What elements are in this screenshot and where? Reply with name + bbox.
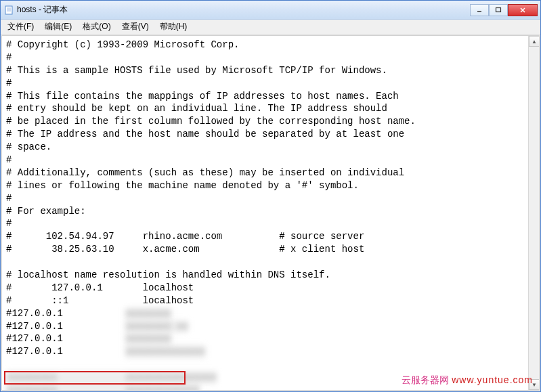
- menu-help[interactable]: 帮助(H): [154, 20, 193, 34]
- menu-edit[interactable]: 编辑(E): [39, 20, 77, 34]
- window-title: hosts - 记事本: [17, 4, 470, 16]
- text-line: #: [6, 52, 12, 63]
- watermark-url: www.yuntue.com: [452, 374, 533, 385]
- text-line: #: [6, 193, 12, 204]
- text-line: #127.0.0.1: [6, 321, 125, 332]
- text-line: #: [6, 154, 12, 165]
- text-line: # 102.54.94.97 rhino.acme.com # source s…: [6, 231, 364, 242]
- titlebar[interactable]: hosts - 记事本: [1, 1, 540, 20]
- minimize-button[interactable]: [470, 4, 489, 16]
- redacted-text: xxxxxxxxxxxxxx: [125, 345, 205, 358]
- text-line: # Additionally, comments (such as these)…: [6, 167, 404, 178]
- text-line: # be placed in the first column followed…: [6, 116, 416, 127]
- watermark: 云服务器网 www.yuntue.com: [402, 374, 533, 387]
- svg-rect-0: [5, 6, 12, 14]
- menu-file[interactable]: 文件(F): [2, 20, 39, 34]
- text-line: # ::1 localhost: [6, 295, 194, 306]
- maximize-button[interactable]: [489, 4, 508, 16]
- text-line: # Copyright (c) 1993-2009 Microsoft Corp…: [6, 39, 239, 50]
- menu-format[interactable]: 格式(O): [77, 20, 116, 34]
- redacted-text: xxxxxxxxx xxxxxxxxxxxxx: [6, 384, 200, 391]
- text-line: # space.: [6, 141, 51, 152]
- file-contents[interactable]: # Copyright (c) 1993-2009 Microsoft Corp…: [2, 36, 539, 391]
- redacted-text: xxxxxxxx: [125, 332, 171, 345]
- redacted-text: xxxxxxxxx xxxxxxxxxxxxxxxx: [6, 371, 217, 384]
- text-line: #: [6, 78, 12, 89]
- window-controls: [470, 4, 538, 16]
- watermark-cn: 云服务器网: [402, 374, 449, 385]
- close-button[interactable]: [508, 4, 538, 16]
- text-line: #127.0.0.1: [6, 308, 125, 319]
- redacted-text: xxxxxxxx xx: [125, 320, 188, 333]
- text-line: # entry should be kept on an individual …: [6, 103, 387, 114]
- text-line: # For example:: [6, 206, 86, 217]
- text-line: # 127.0.0.1 localhost: [6, 282, 194, 293]
- text-line: # The IP address and the host name shoul…: [6, 129, 404, 139]
- text-line: # 38.25.63.10 x.acme.com # x client host: [6, 244, 364, 255]
- text-line: # This is a sample HOSTS file used by Mi…: [6, 65, 387, 76]
- text-line: # localhost name resolution is handled w…: [6, 269, 330, 280]
- text-line: #: [6, 218, 12, 229]
- text-line: #127.0.0.1: [6, 346, 125, 357]
- menubar: 文件(F) 编辑(E) 格式(O) 查看(V) 帮助(H): [1, 20, 540, 35]
- redacted-text: xxxxxxxx: [125, 307, 171, 320]
- vertical-scrollbar[interactable]: ▲ ▼: [528, 36, 539, 390]
- text-line: #127.0.0.1: [6, 333, 125, 344]
- text-line: # This file contains the mappings of IP …: [6, 91, 399, 102]
- notepad-icon: [3, 5, 14, 16]
- text-line: # lines or following the machine name de…: [6, 180, 359, 191]
- scroll-up-button[interactable]: ▲: [529, 36, 540, 47]
- text-area[interactable]: # Copyright (c) 1993-2009 Microsoft Corp…: [1, 35, 540, 391]
- notepad-window: hosts - 记事本 文件(F) 编辑(E) 格式(O) 查看(V) 帮助(H…: [0, 0, 541, 392]
- menu-view[interactable]: 查看(V): [116, 20, 154, 34]
- svg-rect-5: [496, 7, 501, 12]
